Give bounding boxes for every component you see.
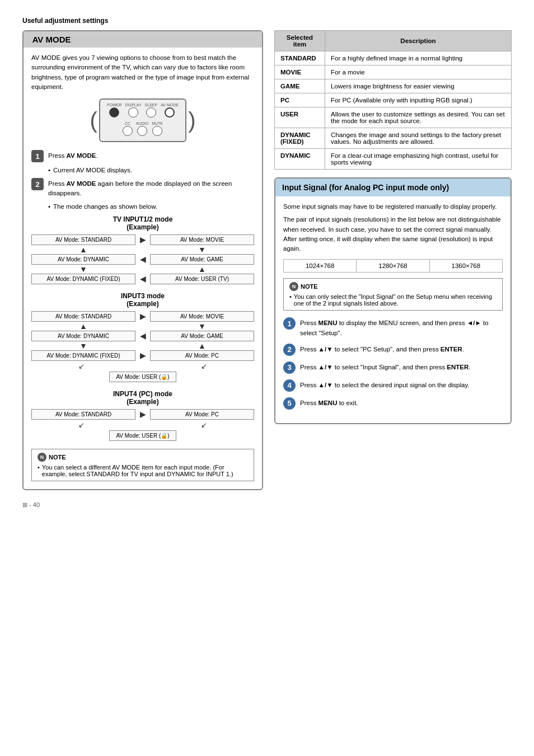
right-column: Selected item Description STANDARDFor a … bbox=[274, 30, 512, 509]
step-number: 2 bbox=[283, 344, 296, 356]
input-signal-intro2: The pair of input signals (resolutions) … bbox=[283, 215, 503, 253]
flow-i3-game: AV Mode: GAME bbox=[150, 331, 254, 341]
page-icon: ⊞ bbox=[22, 501, 27, 508]
tv-mode-title: TV INPUT1/2 mode (Example) bbox=[31, 215, 254, 231]
avmode-note: N NOTE • You can select a different AV M… bbox=[31, 449, 254, 481]
flow-i3-pc: AV Mode: PC bbox=[150, 350, 254, 361]
input-signal-intro1: Some input signals may have to be regist… bbox=[283, 202, 503, 212]
input-signal-note-content: • You can only select the "Input Signal"… bbox=[289, 293, 496, 307]
input-signal-note: N NOTE • You can only select the "Input … bbox=[283, 278, 503, 311]
table-desc-cell: Changes the image and sound settings to … bbox=[325, 128, 512, 149]
flow-game: AV Mode: GAME bbox=[150, 254, 254, 265]
flow-i3-user: AV Mode: USER (🔒) bbox=[109, 372, 176, 382]
arrow-right-1: ▶ bbox=[135, 236, 150, 243]
avmode-table: Selected item Description STANDARDFor a … bbox=[274, 30, 512, 170]
step1-bullet: Current AV MODE displays. bbox=[48, 167, 254, 173]
input-signal-steps: 1Press MENU to display the MENU screen, … bbox=[283, 317, 503, 410]
table-item-cell: STANDARD bbox=[275, 51, 325, 65]
flow-standard: AV Mode: STANDARD bbox=[31, 234, 135, 245]
flow-i4-standard: AV Mode: STANDARD bbox=[31, 409, 135, 420]
input-signal-note-label: NOTE bbox=[301, 283, 318, 290]
step1-text: Press AV MODE. bbox=[48, 150, 98, 161]
flow-movie: AV Mode: MOVIE bbox=[150, 234, 254, 245]
flow-i3-dynamic: AV Mode: DYNAMIC bbox=[31, 331, 135, 341]
input3-flow: INPUT3 mode (Example) AV Mode: STANDARD … bbox=[31, 292, 254, 382]
resolution-cell: 1280×768 bbox=[357, 260, 429, 273]
table-item-cell: PC bbox=[275, 93, 325, 107]
tv-input-flow: TV INPUT1/2 mode (Example) AV Mode: STAN… bbox=[31, 215, 254, 284]
flow-i3-movie: AV Mode: MOVIE bbox=[150, 311, 254, 322]
input4-flow: INPUT4 (PC) mode (Example) AV Mode: STAN… bbox=[31, 390, 254, 441]
table-col2-header: Description bbox=[325, 31, 512, 51]
step-text-content: Press ▲/▼ to select "PC Setup", and then… bbox=[300, 344, 464, 354]
table-item-cell: GAME bbox=[275, 79, 325, 93]
page-header: Useful adjustment settings bbox=[22, 17, 512, 25]
step2-number: 2 bbox=[31, 178, 44, 190]
input-signal-step: 3Press ▲/▼ to select "Input Signal", and… bbox=[283, 361, 503, 374]
avmode-step2: 2 Press AV MODE again before the mode di… bbox=[31, 178, 254, 199]
step1-number: 1 bbox=[31, 150, 44, 162]
input-signal-step: 2Press ▲/▼ to select "PC Setup", and the… bbox=[283, 344, 503, 356]
step2-bullet: The mode changes as shown below. bbox=[48, 203, 254, 210]
input3-mode-title: INPUT3 mode (Example) bbox=[31, 292, 254, 308]
table-col1-header: Selected item bbox=[275, 31, 325, 51]
step-number: 3 bbox=[283, 361, 296, 374]
remote-illustration: ( POWER DISPLAY SLE bbox=[31, 98, 254, 142]
step-text-content: Press MENU to exit. bbox=[300, 397, 358, 408]
flow-i4-pc: AV Mode: PC bbox=[150, 409, 254, 420]
resolution-cell: 1360×768 bbox=[429, 260, 502, 273]
table-item-cell: MOVIE bbox=[275, 65, 325, 79]
note-label: NOTE bbox=[49, 454, 66, 461]
step-number: 5 bbox=[283, 397, 296, 410]
step-text-content: Press ▲/▼ to select the desired input si… bbox=[300, 379, 470, 390]
table-desc-cell: For a highly defined image in a normal l… bbox=[325, 51, 512, 65]
note-content: • You can select a different AV MODE ite… bbox=[38, 464, 248, 477]
avmode-steps: 1 Press AV MODE. Current AV MODE display… bbox=[31, 150, 254, 210]
input-signal-note-icon: N bbox=[289, 282, 298, 291]
avmode-section: AV MODE AV MODE gives you 7 viewing opti… bbox=[22, 30, 263, 490]
avmode-intro: AV MODE gives you 7 viewing options to c… bbox=[31, 53, 254, 92]
input-signal-title: Input Signal (for Analog PC input mode o… bbox=[275, 179, 510, 196]
flow-dynamic-fixed-tv: AV Mode: DYNAMIC (FIXED) bbox=[31, 274, 135, 284]
flow-i4-user: AV Mode: USER (🔒) bbox=[109, 430, 176, 441]
table-item-cell: USER bbox=[275, 107, 325, 128]
step-number: 4 bbox=[283, 379, 296, 392]
step-number: 1 bbox=[283, 317, 296, 330]
left-column: AV MODE AV MODE gives you 7 viewing opti… bbox=[22, 30, 263, 509]
resolution-cell: 1024×768 bbox=[284, 260, 357, 273]
input-signal-step: 1Press MENU to display the MENU screen, … bbox=[283, 317, 503, 338]
note-icon: N bbox=[38, 453, 46, 462]
avmode-step1: 1 Press AV MODE. bbox=[31, 150, 254, 162]
arrow-left-2: ◀ bbox=[135, 275, 150, 283]
step2-text: Press AV MODE again before the mode disp… bbox=[48, 178, 254, 199]
flow-i3-dynamic-fixed: AV Mode: DYNAMIC (FIXED) bbox=[31, 350, 135, 361]
page-footer: ⊞ - 40 bbox=[22, 501, 263, 509]
table-desc-cell: For a movie bbox=[325, 65, 512, 79]
table-desc-cell: Lowers image brightness for easier viewi… bbox=[325, 79, 512, 93]
input-signal-section: Input Signal (for Analog PC input mode o… bbox=[274, 177, 512, 424]
input4-mode-title: INPUT4 (PC) mode (Example) bbox=[31, 390, 254, 406]
table-desc-cell: For PC (Available only with inputting RG… bbox=[325, 93, 512, 107]
table-desc-cell: For a clear-cut image emphasizing high c… bbox=[325, 149, 512, 170]
flow-user-tv: AV Mode: USER (TV) bbox=[150, 274, 254, 284]
flow-dynamic: AV Mode: DYNAMIC bbox=[31, 254, 135, 265]
resolution-table: 1024×7681280×7681360×768 bbox=[283, 259, 503, 273]
table-item-cell: DYNAMIC bbox=[275, 149, 325, 170]
arrow-left-1: ◀ bbox=[135, 255, 150, 263]
step-text-content: Press MENU to display the MENU screen, a… bbox=[300, 317, 503, 338]
flow-i3-standard: AV Mode: STANDARD bbox=[31, 311, 135, 322]
step-text-content: Press ▲/▼ to select "Input Signal", and … bbox=[300, 361, 471, 372]
input-signal-step: 5Press MENU to exit. bbox=[283, 397, 503, 410]
input-signal-step: 4Press ▲/▼ to select the desired input s… bbox=[283, 379, 503, 392]
table-item-cell: DYNAMIC (FIXED) bbox=[275, 128, 325, 149]
avmode-title: AV MODE bbox=[24, 31, 262, 48]
table-desc-cell: Allows the user to customize settings as… bbox=[325, 107, 512, 128]
